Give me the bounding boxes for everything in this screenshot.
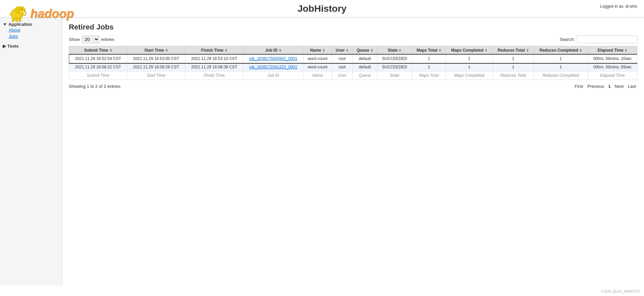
table-header-row: Submit Time ⇕ Start Time ⇕ Finish Time ⇕… [69,46,637,55]
svg-rect-5 [15,18,18,22]
main-content: Retired Jobs Show 20 50 100 entries Sear… [62,18,644,285]
job-id-link[interactable]: job_1638175630562_0001 [249,56,297,61]
footer-start-time: Start Time [127,71,185,80]
pagination-current[interactable]: 1 [607,83,612,90]
table-footer-row: Submit Time Start Time Finish Time Job I… [69,71,637,80]
col-queue[interactable]: Queue ⇕ [353,46,377,55]
footer-name: Name [303,71,332,80]
main-layout: ▼ Application About Jobs ▶ Tools Retired… [0,18,644,285]
footer-maps-total: Maps Total [412,71,446,80]
col-elapsed-time[interactable]: Elapsed Time ⇕ [588,46,637,55]
pagination-last[interactable]: Last [626,83,637,90]
svg-rect-4 [12,18,14,22]
col-user[interactable]: User ⇕ [332,46,353,55]
hadoop-elephant-icon [7,3,29,24]
jobs-table: Submit Time ⇕ Start Time ⇕ Finish Time ⇕… [69,46,637,80]
login-info: Logged in as: dr.who [600,4,637,9]
table-controls: Show 20 50 100 entries Search: [69,36,637,43]
svg-rect-6 [19,18,21,22]
page-title: Retired Jobs [69,23,637,32]
hadoop-logo-text: hadoop [30,7,74,21]
col-maps-completed[interactable]: Maps Completed ⇕ [446,46,493,55]
sidebar: ▼ Application About Jobs ▶ Tools [0,18,62,285]
footer-reduces-total: Reduces Total [493,71,534,80]
pagination: First Previous 1 Next Last [573,83,637,90]
footer-job-id: Job ID [243,71,303,80]
entries-select[interactable]: 20 50 100 [82,36,99,43]
application-arrow-icon: ▼ [3,22,7,27]
col-name[interactable]: Name ⇕ [303,46,332,55]
logo: hadoop [7,3,74,24]
about-link[interactable]: About [3,27,59,33]
showing-text: Showing 1 to 2 of 2 entries [69,84,121,89]
page-header-title: JobHistory [297,3,347,14]
svg-point-2 [15,7,20,13]
footer-state: State [377,71,412,80]
col-start-time[interactable]: Start Time ⇕ [127,46,185,55]
col-job-id[interactable]: Job ID ⇕ [243,46,303,55]
pagination-previous[interactable]: Previous [586,83,606,90]
entries-label: entries [101,37,114,42]
table-row: 2021.11.29 16:52:54 CST2021.11.29 16:53:… [69,55,637,63]
footer-user: User [332,71,353,80]
tools-arrow-icon: ▶ [3,44,6,49]
col-reduces-completed[interactable]: Reduces Completed ⇕ [534,46,588,55]
col-submit-time[interactable]: Submit Time ⇕ [69,46,127,55]
footer-finish-time: Finish Time [185,71,243,80]
table-row: 2021.11.29 16:08:22 CST2021.11.29 16:08:… [69,63,637,71]
pagination-next[interactable]: Next [613,83,625,90]
table-footer: Showing 1 to 2 of 2 entries First Previo… [69,82,637,91]
jobs-table-wrapper: Submit Time ⇕ Start Time ⇕ Finish Time ⇕… [69,46,637,80]
tools-section-title[interactable]: ▶ Tools [3,44,59,49]
jobs-link[interactable]: Jobs [3,33,59,40]
header: hadoop JobHistory Logged in as: dr.who [0,0,644,18]
search-label: Search: [560,37,575,42]
col-maps-total[interactable]: Maps Total ⇕ [412,46,446,55]
show-entries-control: Show 20 50 100 entries [69,36,114,43]
footer-queue: Queue [353,71,377,80]
col-state[interactable]: State ⇕ [377,46,412,55]
tools-section: ▶ Tools [0,42,62,50]
footer-reduces-completed: Reduces Completed [534,71,588,80]
svg-point-3 [21,9,22,10]
tools-label: Tools [7,44,19,49]
search-box: Search: [560,36,637,43]
show-label: Show [69,37,80,42]
job-id-link[interactable]: job_1638172041222_0001 [249,65,297,69]
footer-submit-time: Submit Time [69,71,127,80]
footer-maps-completed: Maps Completed [446,71,493,80]
search-input[interactable] [577,36,637,43]
pagination-first[interactable]: First [573,83,585,90]
col-finish-time[interactable]: Finish Time ⇕ [185,46,243,55]
footer-elapsed-time: Elapsed Time [588,71,637,80]
col-reduces-total[interactable]: Reduces Total ⇕ [493,46,534,55]
